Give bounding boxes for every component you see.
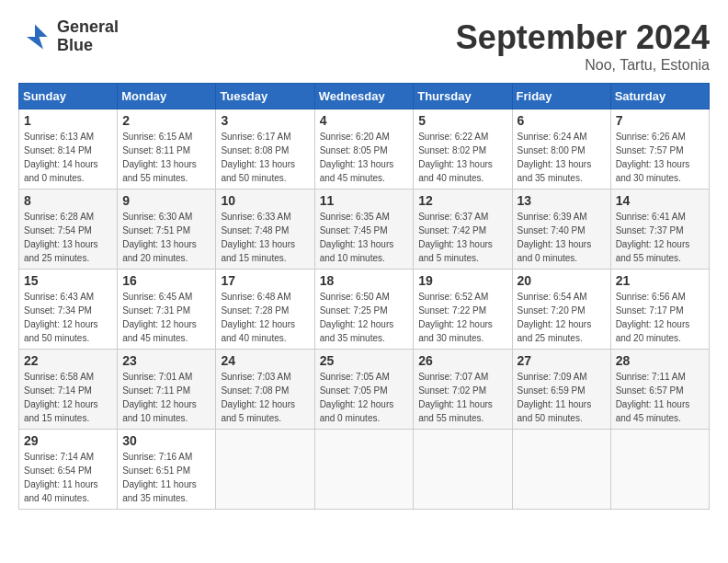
day-number: 26 [418, 353, 506, 368]
calendar-cell: 24 Sunrise: 7:03 AM Sunset: 7:08 PM Dayl… [216, 350, 314, 430]
day-info: Sunrise: 6:52 AM Sunset: 7:22 PM Dayligh… [418, 290, 506, 345]
day-info: Sunrise: 6:54 AM Sunset: 7:20 PM Dayligh… [518, 290, 606, 345]
day-number: 6 [518, 113, 606, 128]
calendar-cell: 19 Sunrise: 6:52 AM Sunset: 7:22 PM Dayl… [414, 270, 512, 350]
day-info: Sunrise: 6:41 AM Sunset: 7:37 PM Dayligh… [616, 210, 704, 265]
day-number: 14 [616, 193, 704, 208]
calendar-table: Sunday Monday Tuesday Wednesday Thursday… [18, 83, 710, 510]
day-info: Sunrise: 7:16 AM Sunset: 6:51 PM Dayligh… [122, 450, 210, 505]
calendar-cell [314, 430, 414, 510]
day-info: Sunrise: 6:39 AM Sunset: 7:40 PM Dayligh… [518, 210, 606, 265]
month-title: September 2024 [456, 18, 710, 57]
calendar-cell: 3 Sunrise: 6:17 AM Sunset: 8:08 PM Dayli… [216, 109, 314, 190]
col-sunday: Sunday [19, 84, 118, 109]
header-row: Sunday Monday Tuesday Wednesday Thursday… [19, 84, 710, 109]
calendar-cell: 25 Sunrise: 7:05 AM Sunset: 7:05 PM Dayl… [314, 350, 414, 430]
calendar-cell: 15 Sunrise: 6:43 AM Sunset: 7:34 PM Dayl… [19, 270, 118, 350]
day-info: Sunrise: 6:13 AM Sunset: 8:14 PM Dayligh… [24, 130, 112, 185]
location: Noo, Tartu, Estonia [456, 57, 710, 74]
day-number: 30 [122, 433, 210, 448]
day-number: 19 [418, 273, 506, 288]
day-info: Sunrise: 6:15 AM Sunset: 8:11 PM Dayligh… [122, 130, 210, 185]
day-number: 16 [122, 273, 210, 288]
day-number: 1 [24, 113, 112, 128]
day-number: 28 [616, 353, 704, 368]
day-number: 24 [221, 353, 309, 368]
day-info: Sunrise: 6:50 AM Sunset: 7:25 PM Dayligh… [320, 290, 409, 345]
logo: General Blue [18, 18, 119, 55]
calendar-cell: 21 Sunrise: 6:56 AM Sunset: 7:17 PM Dayl… [610, 270, 709, 350]
day-info: Sunrise: 6:30 AM Sunset: 7:51 PM Dayligh… [122, 210, 210, 265]
calendar-cell: 9 Sunrise: 6:30 AM Sunset: 7:51 PM Dayli… [118, 190, 216, 270]
calendar-cell [512, 430, 610, 510]
calendar-cell [216, 430, 314, 510]
day-info: Sunrise: 6:24 AM Sunset: 8:00 PM Dayligh… [518, 130, 606, 185]
day-number: 7 [616, 113, 704, 128]
calendar-cell: 30 Sunrise: 7:16 AM Sunset: 6:51 PM Dayl… [118, 430, 216, 510]
page-header: General Blue September 2024 Noo, Tartu, … [18, 18, 710, 74]
day-info: Sunrise: 6:17 AM Sunset: 8:08 PM Dayligh… [221, 130, 309, 185]
day-number: 2 [122, 113, 210, 128]
calendar-week-2: 8 Sunrise: 6:28 AM Sunset: 7:54 PM Dayli… [19, 190, 710, 270]
day-number: 10 [221, 193, 309, 208]
calendar-cell: 6 Sunrise: 6:24 AM Sunset: 8:00 PM Dayli… [512, 109, 610, 190]
day-info: Sunrise: 6:28 AM Sunset: 7:54 PM Dayligh… [24, 210, 112, 265]
day-info: Sunrise: 7:14 AM Sunset: 6:54 PM Dayligh… [24, 450, 112, 505]
logo-line2: Blue [57, 37, 119, 55]
day-number: 29 [24, 433, 112, 448]
calendar-cell: 2 Sunrise: 6:15 AM Sunset: 8:11 PM Dayli… [118, 109, 216, 190]
calendar-cell: 22 Sunrise: 6:58 AM Sunset: 7:14 PM Dayl… [19, 350, 118, 430]
day-info: Sunrise: 6:26 AM Sunset: 7:57 PM Dayligh… [616, 130, 704, 185]
calendar-week-5: 29 Sunrise: 7:14 AM Sunset: 6:54 PM Dayl… [19, 430, 710, 510]
calendar-cell: 17 Sunrise: 6:48 AM Sunset: 7:28 PM Dayl… [216, 270, 314, 350]
col-saturday: Saturday [610, 84, 709, 109]
calendar-week-3: 15 Sunrise: 6:43 AM Sunset: 7:34 PM Dayl… [19, 270, 710, 350]
day-number: 18 [320, 273, 409, 288]
calendar-cell: 7 Sunrise: 6:26 AM Sunset: 7:57 PM Dayli… [610, 109, 709, 190]
calendar-header: Sunday Monday Tuesday Wednesday Thursday… [19, 84, 710, 109]
logo-icon [18, 20, 51, 53]
calendar-cell: 8 Sunrise: 6:28 AM Sunset: 7:54 PM Dayli… [19, 190, 118, 270]
day-number: 25 [320, 353, 409, 368]
calendar-cell: 4 Sunrise: 6:20 AM Sunset: 8:05 PM Dayli… [314, 109, 414, 190]
calendar-cell: 20 Sunrise: 6:54 AM Sunset: 7:20 PM Dayl… [512, 270, 610, 350]
day-number: 20 [518, 273, 606, 288]
calendar-cell: 23 Sunrise: 7:01 AM Sunset: 7:11 PM Dayl… [118, 350, 216, 430]
calendar-cell: 5 Sunrise: 6:22 AM Sunset: 8:02 PM Dayli… [414, 109, 512, 190]
col-wednesday: Wednesday [314, 84, 414, 109]
day-info: Sunrise: 6:43 AM Sunset: 7:34 PM Dayligh… [24, 290, 112, 345]
calendar-cell: 1 Sunrise: 6:13 AM Sunset: 8:14 PM Dayli… [19, 109, 118, 190]
day-info: Sunrise: 6:22 AM Sunset: 8:02 PM Dayligh… [418, 130, 506, 185]
logo-line1: General [57, 18, 119, 37]
day-number: 13 [518, 193, 606, 208]
col-friday: Friday [512, 84, 610, 109]
calendar-cell [610, 430, 709, 510]
calendar-cell: 27 Sunrise: 7:09 AM Sunset: 6:59 PM Dayl… [512, 350, 610, 430]
day-number: 27 [518, 353, 606, 368]
day-info: Sunrise: 6:35 AM Sunset: 7:45 PM Dayligh… [320, 210, 409, 265]
day-number: 11 [320, 193, 409, 208]
logo-text: General Blue [57, 18, 119, 55]
title-area: September 2024 Noo, Tartu, Estonia [456, 18, 710, 74]
day-info: Sunrise: 7:07 AM Sunset: 7:02 PM Dayligh… [418, 370, 506, 425]
calendar-cell: 18 Sunrise: 6:50 AM Sunset: 7:25 PM Dayl… [314, 270, 414, 350]
day-info: Sunrise: 6:33 AM Sunset: 7:48 PM Dayligh… [221, 210, 309, 265]
calendar-cell: 11 Sunrise: 6:35 AM Sunset: 7:45 PM Dayl… [314, 190, 414, 270]
day-info: Sunrise: 6:48 AM Sunset: 7:28 PM Dayligh… [221, 290, 309, 345]
day-number: 23 [122, 353, 210, 368]
day-number: 12 [418, 193, 506, 208]
day-number: 17 [221, 273, 309, 288]
day-number: 21 [616, 273, 704, 288]
calendar-body: 1 Sunrise: 6:13 AM Sunset: 8:14 PM Dayli… [19, 109, 710, 510]
day-info: Sunrise: 7:03 AM Sunset: 7:08 PM Dayligh… [221, 370, 309, 425]
col-monday: Monday [118, 84, 216, 109]
calendar-cell: 28 Sunrise: 7:11 AM Sunset: 6:57 PM Dayl… [610, 350, 709, 430]
col-tuesday: Tuesday [216, 84, 314, 109]
day-info: Sunrise: 6:58 AM Sunset: 7:14 PM Dayligh… [24, 370, 112, 425]
calendar-cell: 26 Sunrise: 7:07 AM Sunset: 7:02 PM Dayl… [414, 350, 512, 430]
calendar-week-4: 22 Sunrise: 6:58 AM Sunset: 7:14 PM Dayl… [19, 350, 710, 430]
day-info: Sunrise: 6:45 AM Sunset: 7:31 PM Dayligh… [122, 290, 210, 345]
day-number: 22 [24, 353, 112, 368]
day-number: 3 [221, 113, 309, 128]
day-info: Sunrise: 6:37 AM Sunset: 7:42 PM Dayligh… [418, 210, 506, 265]
